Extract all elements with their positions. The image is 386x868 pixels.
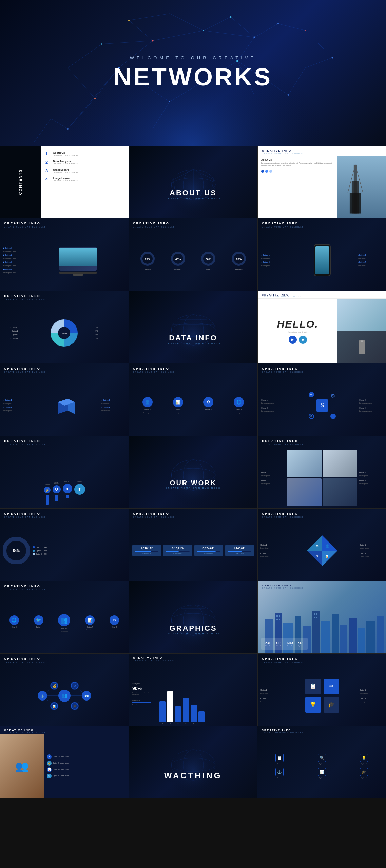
icon-twitter: 🐦 Option 2 Lorem ipsum (34, 615, 43, 631)
graphics-sub: CREATE YOUR OWN BUSINESS (166, 633, 221, 635)
slide-ci-dollar: CREATIVE INFO CREATE YOUR OWN BUSINESS O… (258, 363, 386, 436)
slide-ci-pie2: CREATIVE INFO CREATE YOUR OWN BUSINESS 5… (0, 509, 129, 581)
svg-text:54%: 54% (13, 549, 20, 553)
last-icon-4: ⚓ Option 4 (260, 768, 299, 779)
our-work-title: OUR WORK (166, 479, 221, 487)
svg-text:21%: 21% (61, 332, 67, 335)
ci-photogrid-title: CREATIVE INFO (258, 436, 386, 443)
slide-ci-statboxes: CREATIVE INFO CREATE YOUR OWN BUSINESS 1… (129, 509, 257, 581)
svg-text:45%: 45% (175, 258, 181, 261)
ci-statboxes-sub: CREATE YOUR OWN BUSINESS (129, 516, 257, 520)
svg-point-43 (332, 57, 333, 59)
last-icon-1: 📋 Option 1 (260, 754, 299, 765)
ph-opt2: ● Option 2 (261, 261, 287, 263)
ci-cube-title: CREATIVE INFO (0, 363, 129, 371)
about-us-label: About Us (261, 159, 334, 161)
icon-globe: 🌐 Option 1 Lorem ipsum (9, 615, 19, 631)
svg-rect-138 (279, 619, 280, 620)
slide-ci-5icons: CREATIVE INFO CREATE YOUR OWN BUSINESS 🌐… (0, 581, 129, 653)
svg-point-40 (230, 16, 232, 18)
donut-1: 79% Option 1 (139, 251, 156, 270)
svg-rect-58 (350, 193, 361, 214)
svg-text:60%: 60% (206, 258, 211, 261)
hello-word: HELLO. (277, 318, 319, 330)
last-icon-5: 📊 Option 5 (303, 768, 341, 779)
ci-timeline-title: CREATIVE INFO (129, 363, 257, 371)
ph-opt3: ● Option 3 (358, 254, 383, 256)
svg-point-44 (101, 43, 102, 45)
svg-rect-131 (349, 618, 357, 653)
svg-text:👤: 👤 (325, 544, 330, 548)
our-work-sub: CREATE YOUR OWN BUSINESS (166, 487, 221, 489)
stair-2: Option 2 U (53, 482, 61, 501)
ci-quad-sub: CREATE YOUR OWN BUSINESS (258, 516, 386, 520)
svg-point-34 (152, 40, 154, 42)
svg-text:💰: 💰 (52, 684, 56, 688)
svg-rect-142 (316, 617, 317, 618)
svg-text:📋: 📋 (310, 683, 316, 689)
svg-point-35 (203, 30, 204, 31)
svg-text:💡: 💡 (310, 701, 316, 708)
svg-point-42 (305, 30, 306, 31)
opt3: ▶ Option 3 (3, 261, 31, 263)
hello-img-1 (337, 299, 386, 331)
about-info-heading: CREATIVE INFO (262, 149, 382, 152)
data-info-title: DATA INFO (166, 334, 221, 342)
dot-2 (265, 170, 268, 173)
about-us-body: Lorem ipsum dolor sit amet, consectetur … (261, 162, 334, 167)
slide-contents: CONTENTS 1 About Us CREATIVE YOUR BUSINE… (0, 146, 129, 218)
ci-5icons-title: CREATIVE INFO (0, 581, 129, 589)
ci-phone-title: CREATIVE INFO (258, 218, 386, 226)
icon-chart: 📊 Option 4 Lorem ipsum (85, 615, 95, 631)
tl-item-2: 📊 Option 2 Lorem ipsum (173, 397, 183, 414)
svg-text:👥: 👥 (61, 693, 67, 698)
ci-bar-title: CREATIVE INFO (133, 656, 253, 659)
last-icon-3: 💡 Option 3 (345, 754, 383, 765)
ph-opt1: ● Option 1 (261, 254, 287, 256)
opt4: ▶ Option 4 (3, 268, 31, 270)
svg-text:🎓: 🎓 (328, 701, 335, 708)
svg-line-27 (254, 24, 278, 37)
svg-line-24 (34, 119, 51, 142)
svg-text:79%: 79% (145, 258, 150, 261)
ci-photogrid-sub: CREATE YOUR OWN BUSINESS (258, 443, 386, 448)
globe-bg (129, 146, 257, 218)
slide-ci-cube: CREATIVE INFO CREATE YOUR OWN BUSINESS ●… (0, 363, 129, 436)
ci-donuts-sub: CREATE YOUR OWN BUSINESS (129, 226, 257, 230)
slide-data-info-globe: DATA INFO CREATE YOUR OWN BUSINESS (129, 291, 257, 363)
opt2: ▶ Option 2 (3, 254, 31, 256)
slide-ci-6icons: CREATIVE INFO CREATE YOUR OWN BUSINESS ⚓… (0, 654, 129, 726)
data-info-sub: CREATE YOUR OWN BUSINESS (166, 342, 221, 344)
hero-title: NETWORKS (114, 63, 272, 91)
ci-monitor-sub: CREATE YOUR OWN BUSINESS (0, 226, 129, 230)
ci-5icons-sub: CREATE YOUR OWN BUSINESS (0, 589, 129, 593)
svg-rect-130 (340, 625, 347, 653)
graphics-title: GRAPHICS (166, 624, 221, 633)
contents-item-2: 2 Data Analysis CREATIVE YOUR BUSINESS (45, 160, 124, 165)
last-icon-6: 🎓 Option 6 (345, 768, 383, 779)
svg-rect-133 (366, 621, 375, 653)
svg-marker-109 (307, 551, 322, 566)
svg-point-37 (94, 98, 96, 99)
ci-people-title: CREATIVE INFO (4, 729, 124, 732)
ci-donuts-title: CREATIVE INFO (129, 218, 257, 226)
hero-subtitle: WELCOME TO OUR CREATIVE (130, 55, 256, 60)
svg-line-28 (278, 24, 305, 31)
people-photo: 👥 (0, 734, 44, 798)
donut-big: 54% (3, 537, 30, 564)
bottom-row: CREATIVE INFO CREATE YOUR OWN BUSINESS 👥… (0, 726, 386, 798)
svg-point-31 (169, 101, 170, 102)
stat-3: 3,174,011 Lorem ipsum (194, 545, 223, 556)
svg-line-90 (312, 395, 322, 406)
pg-3 (287, 478, 322, 506)
wacthing-title: WACTHING (164, 771, 222, 781)
svg-line-92 (312, 406, 322, 416)
ci-6icons-sub: CREATE YOUR OWN BUSINESS (0, 661, 129, 665)
dot-1 (261, 170, 264, 173)
opt1-desc: Lorem ipsum dolor (3, 251, 31, 252)
4quad-svg: 📋 ✏ 💡 🎓 (304, 677, 341, 714)
svg-rect-136 (279, 615, 280, 617)
svg-rect-128 (321, 621, 330, 653)
ci-statboxes-title: CREATIVE INFO (129, 509, 257, 516)
pg-4 (323, 478, 357, 506)
